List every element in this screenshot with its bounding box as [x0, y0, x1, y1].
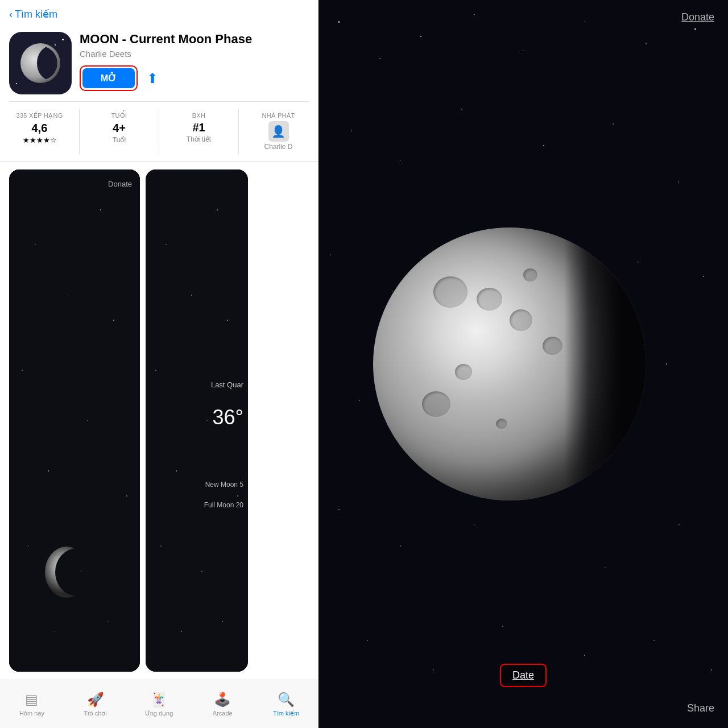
- stat-rating-value: 4,6: [32, 122, 48, 135]
- back-chevron-icon: ‹: [9, 9, 13, 20]
- share-button[interactable]: Share: [687, 702, 714, 714]
- screenshots-section: Donate: [0, 162, 318, 680]
- donate-button[interactable]: Donate: [681, 11, 714, 23]
- date-button[interactable]: Date: [500, 664, 547, 687]
- tab-search-label: Tìm kiếm: [273, 710, 299, 717]
- tab-apps[interactable]: 🃏 Ứng dụng: [127, 692, 191, 717]
- tab-games-label: Trò chơi: [84, 710, 107, 717]
- star-dot-3: [16, 83, 17, 84]
- star-dot-1: [62, 39, 64, 40]
- stat-age: TUỔI 4+ Tuổi: [80, 109, 159, 154]
- crescent-moon-graphic: [44, 541, 95, 603]
- stat-developer-sub: Charlie D: [264, 143, 292, 151]
- moon-sphere: [373, 228, 646, 500]
- nav-back[interactable]: ‹ Tìm kiếm: [0, 0, 318, 25]
- moon-shadow: [564, 228, 646, 500]
- app-icon: [9, 32, 72, 94]
- moon-display: [373, 228, 646, 500]
- tab-today-label: Hôm nay: [19, 710, 44, 717]
- tab-today-icon: ▤: [25, 692, 38, 708]
- app-actions: MỞ ⬆: [80, 65, 309, 91]
- stat-rating: 335 XẾP HẠNG 4,6 ★★★★☆: [0, 109, 80, 154]
- app-info-section: MOON - Current Moon Phase Charlie Deets …: [0, 25, 318, 101]
- stat-developer-label: NHÀ PHÁT: [262, 112, 295, 119]
- stat-age-label: TUỔI: [111, 112, 127, 119]
- app-title: MOON - Current Moon Phase: [80, 32, 309, 47]
- tab-apps-label: Ứng dụng: [145, 710, 173, 717]
- tab-today[interactable]: ▤ Hôm nay: [0, 692, 64, 717]
- tab-bar: ▤ Hôm nay 🚀 Trò chơi 🃏 Ứng dụng 🕹️ Arcad…: [0, 680, 318, 728]
- last-quar-text: Last Quar: [211, 380, 243, 389]
- new-moon-text: New Moon 5: [205, 481, 243, 489]
- stat-rating-label: 335 XẾP HẠNG: [16, 112, 63, 119]
- stat-age-value: 4+: [113, 122, 126, 135]
- developer-avatar-icon: 👤: [268, 121, 289, 142]
- tab-games[interactable]: 🚀 Trò chơi: [64, 692, 127, 717]
- star-dot-2: [55, 44, 56, 46]
- screenshot-1-bg: Donate: [9, 169, 140, 672]
- stat-chart: BXH #1 Thời tiết: [159, 109, 239, 154]
- moon-crater-6: [543, 337, 562, 355]
- stat-chart-value: #1: [192, 121, 205, 134]
- open-button[interactable]: MỞ: [82, 68, 135, 88]
- tab-apps-icon: 🃏: [150, 692, 167, 708]
- screenshot-1[interactable]: Donate: [9, 169, 140, 672]
- tab-search[interactable]: 🔍 Tìm kiếm: [254, 692, 318, 717]
- open-button-wrapper: MỞ: [80, 65, 138, 91]
- moon-crater-2: [510, 309, 532, 331]
- app-icon-moon-graphic: [20, 43, 60, 83]
- screenshot-2[interactable]: Last Quar 36° New Moon 5 Full Moon 20: [146, 169, 248, 672]
- stats-row: 335 XẾP HẠNG 4,6 ★★★★☆ TUỔI 4+ Tuổi BXH …: [0, 102, 318, 162]
- tab-games-icon: 🚀: [87, 692, 104, 708]
- tab-arcade-label: Arcade: [213, 710, 233, 717]
- stat-age-sub: Tuổi: [113, 136, 126, 144]
- tab-arcade-icon: 🕹️: [214, 692, 231, 708]
- moon-crater-5: [523, 268, 537, 282]
- tab-arcade[interactable]: 🕹️ Arcade: [191, 692, 254, 717]
- tab-search-icon: 🔍: [278, 692, 295, 708]
- moon-crater-1: [433, 276, 468, 308]
- screenshot-donate-label: Donate: [108, 180, 132, 188]
- full-moon-text: Full Moon 20: [204, 501, 243, 509]
- moon-crater-8: [477, 288, 502, 311]
- stat-chart-sub: Thời tiết: [187, 135, 211, 143]
- back-label[interactable]: Tìm kiếm: [15, 8, 57, 20]
- stat-rating-stars: ★★★★☆: [23, 136, 57, 144]
- moon-crater-4: [422, 391, 450, 417]
- app-developer: Charlie Deets: [80, 49, 309, 59]
- share-icon[interactable]: ⬆: [147, 71, 158, 86]
- app-details: MOON - Current Moon Phase Charlie Deets …: [80, 32, 309, 91]
- temp-text: 36°: [213, 406, 243, 429]
- stat-developer: NHÀ PHÁT 👤 Charlie D: [239, 109, 318, 154]
- svg-point-2: [45, 547, 88, 598]
- moon-crater-3: [455, 364, 472, 380]
- app-store-panel: ‹ Tìm kiếm MOON - Current Moon Phase Cha…: [0, 0, 318, 728]
- moon-crater-7: [496, 419, 507, 429]
- stat-chart-label: BXH: [192, 112, 206, 119]
- moon-app-panel: Donate Date Share: [318, 0, 728, 728]
